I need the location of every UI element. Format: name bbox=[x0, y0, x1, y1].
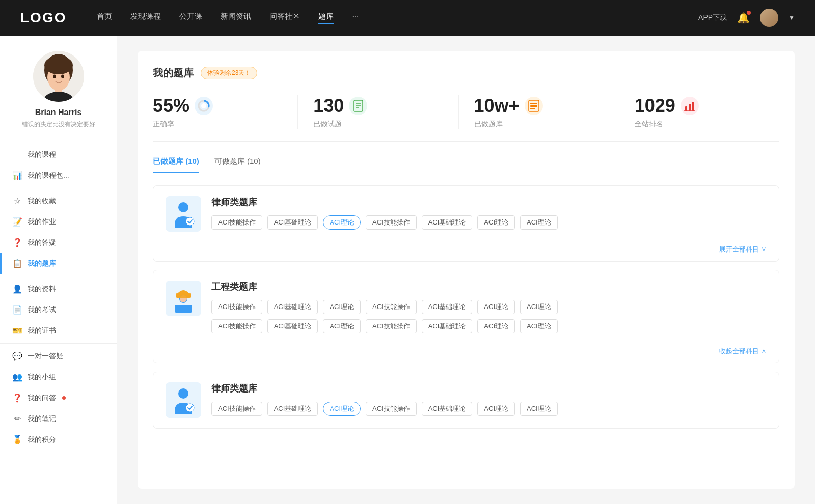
tags-row-engineer-1: ACI技能操作 ACI基础理论 ACI理论 ACI技能操作 ACI基础理论 AC… bbox=[211, 300, 767, 314]
svg-point-26 bbox=[186, 217, 194, 226]
nav-more[interactable]: ··· bbox=[352, 12, 359, 24]
nav-open-course[interactable]: 公开课 bbox=[179, 12, 202, 24]
sidebar-item-my-courses[interactable]: 🗒 我的课程 bbox=[0, 145, 117, 165]
page-header: 我的题库 体验剩余23天！ bbox=[153, 66, 779, 80]
tag-aci-theory-2[interactable]: ACI理论 bbox=[520, 215, 558, 230]
qbank-title-engineer: 工程类题库 bbox=[211, 281, 767, 293]
tabs-row: 已做题库 (10) 可做题库 (10) bbox=[153, 157, 779, 173]
tag-eng2-basic-1[interactable]: ACI基础理论 bbox=[267, 319, 318, 333]
sidebar-item-one-on-one[interactable]: 💬 一对一答疑 bbox=[0, 346, 117, 367]
tag-eng-theory-1[interactable]: ACI理论 bbox=[323, 300, 361, 314]
tag-aci-basic-1[interactable]: ACI基础理论 bbox=[267, 215, 318, 230]
tab-available-banks[interactable]: 可做题库 (10) bbox=[214, 157, 261, 173]
svg-point-33 bbox=[186, 404, 194, 412]
svg-rect-23 bbox=[692, 102, 694, 111]
sidebar-menu: 🗒 我的课程 📊 我的课程包... ☆ 我的收藏 📝 我的作业 ❓ 我的答疑 � bbox=[0, 139, 117, 455]
tag-aci-skill-2[interactable]: ACI技能操作 bbox=[366, 215, 417, 230]
tag-eng2-theory-1[interactable]: ACI理论 bbox=[323, 319, 361, 333]
sidebar-item-homework[interactable]: 📝 我的作业 bbox=[0, 211, 117, 232]
profile-avatar-image bbox=[33, 51, 84, 102]
tag-eng-basic-1[interactable]: ACI基础理论 bbox=[267, 300, 318, 314]
sidebar-label-one-on-one: 一对一答疑 bbox=[28, 352, 63, 361]
courses-icon: 🗒 bbox=[12, 150, 22, 159]
qbank-info-engineer: 工程类题库 ACI技能操作 ACI基础理论 ACI理论 ACI技能操作 ACI基… bbox=[211, 281, 767, 333]
sidebar-label-profile: 我的资料 bbox=[28, 285, 56, 294]
stats-row: 55% 正确率 130 bbox=[153, 95, 779, 142]
tags-row-engineer-2: ACI技能操作 ACI基础理论 ACI理论 ACI技能操作 ACI基础理论 AC… bbox=[211, 319, 767, 333]
nav-discover[interactable]: 发现课程 bbox=[130, 12, 161, 24]
tag-eng2-basic-2[interactable]: ACI基础理论 bbox=[422, 319, 473, 333]
notification-dot bbox=[747, 11, 751, 15]
points-icon: 🏅 bbox=[12, 435, 22, 444]
sidebar-item-course-pack[interactable]: 📊 我的课程包... bbox=[0, 165, 117, 186]
tag-law2-basic-1[interactable]: ACI基础理论 bbox=[267, 402, 318, 416]
stat-accuracy-top: 55% bbox=[153, 95, 213, 117]
tag-law2-theory-1[interactable]: ACI理论 bbox=[477, 402, 515, 416]
sidebar-item-collection[interactable]: ☆ 我的收藏 bbox=[0, 190, 117, 211]
app-download-button[interactable]: APP下载 bbox=[698, 13, 727, 22]
svg-point-6 bbox=[53, 75, 56, 78]
tag-aci-basic-2[interactable]: ACI基础理论 bbox=[422, 215, 473, 230]
tag-eng2-skill-2[interactable]: ACI技能操作 bbox=[366, 319, 417, 333]
lawyer-icon-2 bbox=[171, 386, 196, 414]
nav-home[interactable]: 首页 bbox=[97, 12, 112, 24]
qbank-card-lawyer-2: 律师类题库 ACI技能操作 ACI基础理论 ACI理论 ACI技能操作 ACI基… bbox=[153, 372, 779, 429]
qbank-card-lawyer-1: 律师类题库 ACI技能操作 ACI基础理论 ACI理论 ACI技能操作 ACI基… bbox=[153, 185, 779, 262]
tag-eng-skill-1[interactable]: ACI技能操作 bbox=[211, 300, 262, 314]
lawyer-icon bbox=[171, 200, 196, 228]
stat-accuracy-value: 55% bbox=[153, 95, 189, 117]
sidebar-item-my-qa[interactable]: ❓ 我的问答 bbox=[0, 387, 117, 408]
sidebar-item-certificate[interactable]: 🎫 我的证书 bbox=[0, 320, 117, 341]
sidebar-label-notes: 我的笔记 bbox=[28, 414, 56, 424]
user-avatar[interactable] bbox=[760, 9, 778, 27]
tab-done-banks[interactable]: 已做题库 (10) bbox=[153, 157, 199, 173]
svg-rect-22 bbox=[689, 104, 691, 111]
tag-aci-theory-1[interactable]: ACI理论 bbox=[477, 215, 515, 230]
sidebar: Brian Harris 错误的决定比没有决定要好 🗒 我的课程 📊 我的课程包… bbox=[0, 36, 117, 504]
expand-button-lawyer-1[interactable]: 展开全部科目 ∨ bbox=[153, 242, 779, 261]
tag-eng-basic-2[interactable]: ACI基础理论 bbox=[422, 300, 473, 314]
profile-avatar bbox=[33, 51, 84, 102]
nav-qa[interactable]: 问答社区 bbox=[269, 12, 300, 24]
sidebar-item-profile[interactable]: 👤 我的资料 bbox=[0, 278, 117, 299]
tag-eng-theory-3[interactable]: ACI理论 bbox=[520, 300, 558, 314]
tags-row-lawyer-2: ACI技能操作 ACI基础理论 ACI理论 ACI技能操作 ACI基础理论 AC… bbox=[211, 402, 767, 416]
stat-done-top: 130 bbox=[313, 95, 367, 117]
qbank-icon-lawyer-2 bbox=[166, 382, 201, 418]
tag-law2-skill-1[interactable]: ACI技能操作 bbox=[211, 402, 262, 416]
qbank-header-lawyer-2: 律师类题库 ACI技能操作 ACI基础理论 ACI理论 ACI技能操作 ACI基… bbox=[153, 372, 779, 428]
svg-point-25 bbox=[178, 202, 188, 212]
bar-chart-icon bbox=[683, 99, 696, 113]
tag-law2-theory-active[interactable]: ACI理论 bbox=[323, 402, 361, 416]
tag-eng2-theory-3[interactable]: ACI理论 bbox=[520, 319, 558, 333]
tag-eng-skill-2[interactable]: ACI技能操作 bbox=[366, 300, 417, 314]
sidebar-item-exam[interactable]: 📄 我的考试 bbox=[0, 299, 117, 320]
tag-eng2-skill-1[interactable]: ACI技能操作 bbox=[211, 319, 262, 333]
tag-aci-theory-active-1[interactable]: ACI理论 bbox=[323, 215, 361, 230]
tag-eng2-theory-2[interactable]: ACI理论 bbox=[477, 319, 515, 333]
one-on-one-icon: 💬 bbox=[12, 351, 22, 361]
notification-bell[interactable]: 🔔 bbox=[737, 12, 750, 24]
collapse-button-engineer[interactable]: 收起全部科目 ∧ bbox=[153, 344, 779, 363]
sidebar-item-question-bank[interactable]: 📋 我的题库 bbox=[0, 253, 117, 274]
nav-question-bank[interactable]: 题库 bbox=[318, 12, 334, 24]
nav-news[interactable]: 新闻资讯 bbox=[221, 12, 251, 24]
tag-law2-skill-2[interactable]: ACI技能操作 bbox=[366, 402, 417, 416]
qbank-title-lawyer-1: 律师类题库 bbox=[211, 196, 767, 208]
qbank-header-engineer: 工程类题库 ACI技能操作 ACI基础理论 ACI理论 ACI技能操作 ACI基… bbox=[153, 270, 779, 344]
avatar-chevron-icon[interactable]: ▼ bbox=[789, 14, 795, 21]
avatar-image bbox=[760, 9, 778, 27]
tag-aci-skill-1[interactable]: ACI技能操作 bbox=[211, 215, 262, 230]
tag-law2-basic-2[interactable]: ACI基础理论 bbox=[422, 402, 473, 416]
rank-icon bbox=[681, 97, 699, 115]
tag-law2-theory-2[interactable]: ACI理论 bbox=[520, 402, 558, 416]
sidebar-item-points[interactable]: 🏅 我的积分 bbox=[0, 429, 117, 450]
tags-row-lawyer-1: ACI技能操作 ACI基础理论 ACI理论 ACI技能操作 ACI基础理论 AC… bbox=[211, 215, 767, 230]
stat-accuracy: 55% 正确率 bbox=[153, 95, 298, 129]
sidebar-item-qa[interactable]: ❓ 我的答疑 bbox=[0, 232, 117, 253]
sidebar-item-notes[interactable]: ✏ 我的笔记 bbox=[0, 408, 117, 429]
sidebar-label-homework: 我的作业 bbox=[28, 217, 56, 227]
qa-icon: ❓ bbox=[12, 238, 22, 247]
sidebar-item-group[interactable]: 👥 我的小组 bbox=[0, 367, 117, 387]
tag-eng-theory-2[interactable]: ACI理论 bbox=[477, 300, 515, 314]
